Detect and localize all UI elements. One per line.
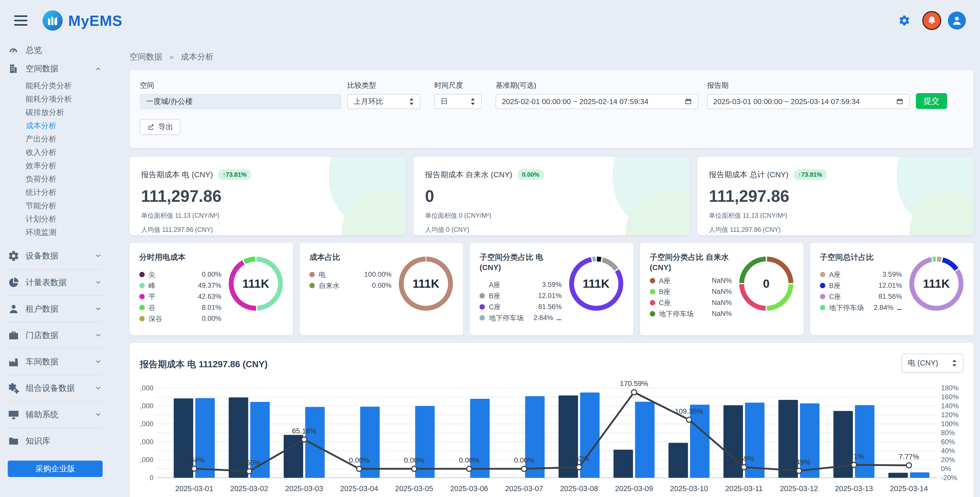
sidebar-section-gears[interactable]: 组合设备数据 bbox=[8, 375, 103, 401]
bar-base-period[interactable] bbox=[668, 443, 688, 478]
bar-reporting-period[interactable] bbox=[745, 403, 765, 478]
bar-base-period[interactable] bbox=[174, 399, 193, 478]
sidebar-subitem[interactable]: 碳排放分析 bbox=[25, 106, 103, 119]
sidebar-section-user[interactable]: 租户数据 bbox=[8, 295, 103, 322]
bar-reporting-period[interactable] bbox=[525, 396, 545, 478]
bar-base-period[interactable] bbox=[558, 395, 578, 478]
sidebar-subitem[interactable]: 环境监测 bbox=[25, 225, 103, 239]
legend-percent: 12.01% bbox=[878, 281, 902, 289]
sidebar-subitem[interactable]: 收入分析 bbox=[25, 146, 103, 159]
line-point[interactable] bbox=[632, 389, 636, 395]
donut-card-subspace-water: 子空间分类占比 自来水 (CNY) A座NaN%B座NaN%C座NaN%地下停车… bbox=[640, 243, 803, 335]
sidebar-subitem[interactable]: 效率分析 bbox=[25, 159, 103, 172]
legend-item[interactable]: B座12.01% bbox=[479, 290, 562, 301]
notifications-button[interactable] bbox=[922, 11, 941, 30]
bar-base-period[interactable] bbox=[613, 449, 633, 478]
chevron-down-icon bbox=[94, 331, 103, 340]
period-type-select[interactable]: 日 bbox=[434, 94, 482, 109]
line-point[interactable] bbox=[906, 463, 912, 468]
menu-toggle-icon[interactable] bbox=[14, 15, 27, 25]
bar-reporting-period[interactable] bbox=[580, 393, 600, 478]
line-point[interactable] bbox=[687, 417, 692, 422]
legend-item[interactable]: C座81.56% bbox=[820, 291, 902, 302]
legend-marker bbox=[650, 311, 655, 316]
bar-reporting-period[interactable] bbox=[415, 406, 434, 478]
sidebar-section-gear[interactable]: 设备数据 bbox=[8, 243, 103, 269]
bar-reporting-period[interactable] bbox=[690, 405, 710, 478]
sidebar-subitem[interactable]: 统计分析 bbox=[25, 186, 103, 199]
reporting-period-input[interactable]: 2025-03-01 00:00:00 ~ 2025-03-14 07:59:3… bbox=[707, 94, 910, 109]
space-input[interactable]: 一度城/办公楼 bbox=[140, 94, 341, 109]
line-point[interactable] bbox=[576, 465, 582, 470]
line-point[interactable] bbox=[851, 462, 857, 467]
legend-item[interactable]: B座12.01% bbox=[820, 280, 902, 291]
sidebar-subitem-active[interactable]: 成本分析 bbox=[25, 119, 103, 132]
line-point[interactable] bbox=[412, 466, 417, 472]
legend-label: A座 bbox=[659, 276, 671, 286]
sidebar-section-monitor[interactable]: 辅助系统 bbox=[8, 401, 103, 427]
legend-percent: NaN% bbox=[712, 299, 732, 307]
bar-base-period[interactable] bbox=[888, 473, 908, 478]
svg-text:140%: 140% bbox=[941, 402, 959, 410]
donut-chart: 111K bbox=[396, 254, 455, 313]
line-point[interactable] bbox=[302, 437, 307, 442]
bar-reporting-period[interactable] bbox=[470, 399, 490, 478]
account-button[interactable] bbox=[948, 11, 966, 30]
bar-base-period[interactable] bbox=[724, 405, 743, 478]
bar-reporting-period[interactable] bbox=[360, 407, 380, 478]
settings-button[interactable] bbox=[893, 9, 916, 32]
energy-type-select[interactable]: 电 (CNY) bbox=[902, 354, 963, 373]
breadcrumb-parent[interactable]: 空间数据 bbox=[130, 52, 162, 61]
line-point[interactable] bbox=[467, 466, 472, 472]
legend-item[interactable]: B座NaN% bbox=[650, 286, 732, 297]
legend-item[interactable]: 地下停车场2.84%⚊ bbox=[479, 312, 562, 323]
svg-text:-5.50%: -5.50% bbox=[238, 459, 261, 467]
bar-base-period[interactable] bbox=[834, 411, 853, 478]
sidebar-subitem[interactable]: 计划分析 bbox=[25, 212, 103, 225]
line-point[interactable] bbox=[356, 466, 362, 472]
legend-item[interactable]: 电100.00% bbox=[309, 269, 391, 280]
buy-enterprise-button[interactable]: 采购企业版 bbox=[8, 460, 103, 477]
comparison-type-select[interactable]: 上月环比 bbox=[347, 94, 420, 109]
sidebar-subitem[interactable]: 能耗分项分析 bbox=[25, 92, 103, 106]
bar-reporting-period[interactable] bbox=[855, 405, 875, 478]
sidebar-group-space-data[interactable]: 空间数据 bbox=[8, 59, 103, 78]
line-point[interactable] bbox=[522, 466, 527, 472]
sidebar-subitem[interactable]: 产出分析 bbox=[25, 132, 103, 146]
legend-item[interactable]: C座81.56% bbox=[479, 301, 562, 312]
line-point[interactable] bbox=[192, 466, 197, 471]
bar-reporting-period[interactable] bbox=[195, 398, 215, 478]
sidebar-section-briefcase[interactable]: 门店数据 bbox=[8, 322, 103, 348]
legend-item[interactable]: 谷8.01% bbox=[139, 302, 221, 313]
line-point[interactable] bbox=[796, 468, 802, 473]
legend-item[interactable]: C座NaN% bbox=[650, 297, 732, 308]
sidebar-section-pie[interactable]: 计量表数据 bbox=[8, 269, 103, 295]
sidebar-subitem[interactable]: 负荷分析 bbox=[25, 172, 103, 186]
sidebar-section-factory[interactable]: 车间数据 bbox=[8, 348, 103, 375]
legend-item[interactable]: A座3.59% bbox=[820, 269, 902, 280]
sidebar-section-folder[interactable]: 知识库 bbox=[8, 427, 103, 454]
app-logo[interactable]: MyEMS bbox=[41, 10, 123, 32]
bar-reporting-period[interactable] bbox=[800, 403, 819, 478]
line-point[interactable] bbox=[741, 465, 746, 470]
legend-item[interactable]: A座3.59% bbox=[479, 279, 562, 290]
line-point[interactable] bbox=[247, 469, 252, 474]
legend-item[interactable]: 深谷0.00% bbox=[139, 313, 221, 324]
svg-text:120%: 120% bbox=[941, 411, 959, 419]
legend-item[interactable]: 平42.63% bbox=[139, 291, 221, 302]
legend-item[interactable]: 自来水0.00% bbox=[309, 280, 391, 291]
export-button[interactable]: 导出 bbox=[140, 119, 180, 135]
sidebar-item-overview[interactable]: 总览 bbox=[8, 41, 103, 59]
sidebar-subitem[interactable]: 能耗分类分析 bbox=[25, 79, 103, 92]
sidebar-subitem[interactable]: 节能分析 bbox=[25, 199, 103, 212]
legend-item[interactable]: 地下停车场2.84%⚊ bbox=[820, 302, 902, 313]
sidebar-section-label: 设备数据 bbox=[25, 250, 59, 262]
base-period-input[interactable]: 2025-02-01 00:00:00 ~ 2025-02-14 07:59:3… bbox=[496, 94, 698, 109]
legend-item[interactable]: 尖0.00% bbox=[139, 269, 221, 280]
legend-item[interactable]: A座NaN% bbox=[650, 275, 732, 286]
legend-item[interactable]: 峰49.37% bbox=[139, 280, 221, 291]
bar-reporting-period[interactable] bbox=[910, 472, 929, 478]
bar-reporting-period[interactable] bbox=[635, 402, 654, 478]
legend-item[interactable]: 地下停车场NaN% bbox=[650, 308, 732, 319]
submit-button[interactable]: 提交 bbox=[916, 93, 947, 109]
